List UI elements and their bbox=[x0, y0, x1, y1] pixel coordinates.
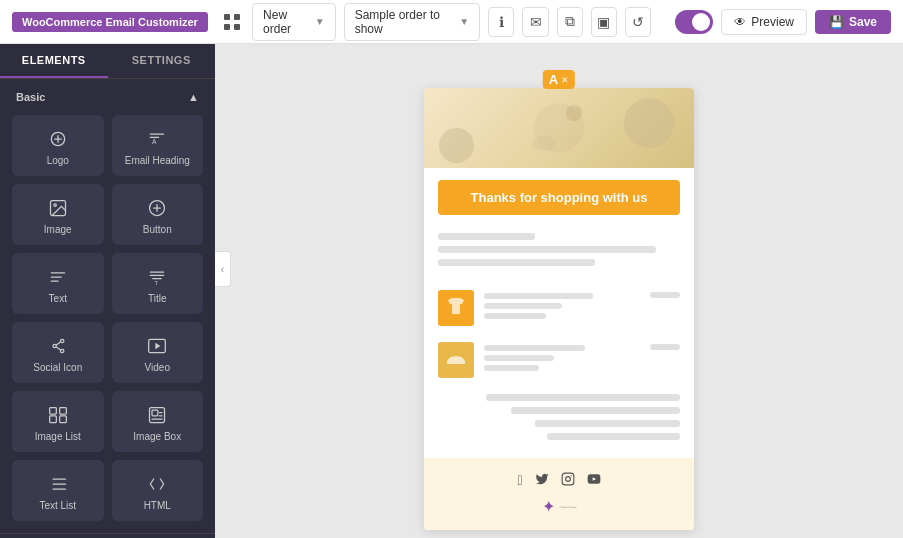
email-totals bbox=[424, 386, 694, 458]
footer-brand: ✦ ⁓⁓ bbox=[438, 497, 680, 516]
text-line-2 bbox=[438, 246, 656, 253]
copy-button[interactable]: ⧉ bbox=[557, 7, 583, 37]
price-line bbox=[650, 292, 680, 298]
info-button[interactable]: ℹ bbox=[488, 7, 514, 37]
svg-rect-21 bbox=[49, 416, 56, 423]
shirt-icon bbox=[444, 296, 468, 320]
svg-point-7 bbox=[54, 204, 57, 207]
sidebar-item-email-heading-label: Email Heading bbox=[125, 155, 190, 166]
sidebar-item-email-heading[interactable]: A Email Heading bbox=[112, 115, 204, 176]
sidebar-item-image-box[interactable]: Image Box bbox=[112, 391, 204, 452]
sidebar-item-button[interactable]: Button bbox=[112, 184, 204, 245]
order-item-2-image bbox=[438, 342, 474, 378]
svg-point-36 bbox=[570, 475, 571, 476]
instagram-icon[interactable] bbox=[561, 472, 575, 489]
order-type-value: New order bbox=[263, 8, 309, 36]
svg-rect-24 bbox=[152, 410, 158, 416]
order-type-select[interactable]: New order ▼ bbox=[252, 3, 336, 41]
sidebar-item-video-label: Video bbox=[145, 362, 170, 373]
svg-point-32 bbox=[566, 105, 582, 121]
youtube-icon[interactable] bbox=[587, 472, 601, 489]
sample-order-select[interactable]: Sample order to show ▼ bbox=[344, 3, 481, 41]
svg-rect-22 bbox=[59, 416, 66, 423]
order-item-2-details bbox=[484, 345, 640, 375]
sidebar-item-text-list-label: Text List bbox=[39, 500, 76, 511]
text-line-1 bbox=[438, 233, 535, 240]
email-button[interactable]: ✉ bbox=[522, 7, 548, 37]
order-item-1-details bbox=[484, 293, 640, 323]
tablet-button[interactable]: ▣ bbox=[591, 7, 617, 37]
tab-elements[interactable]: ELEMENTS bbox=[0, 44, 108, 78]
sidebar-item-image[interactable]: Image bbox=[12, 184, 104, 245]
svg-line-15 bbox=[56, 342, 60, 345]
detail-line-4 bbox=[484, 345, 585, 351]
detail-line-2 bbox=[484, 303, 562, 309]
text-line-3 bbox=[438, 259, 595, 266]
canvas-area: A ✕ Thanks for shopping with us bbox=[215, 44, 903, 538]
email-preview: Thanks for shopping with us bbox=[424, 88, 694, 530]
sidebar-item-image-label: Image bbox=[44, 224, 72, 235]
svg-line-16 bbox=[56, 347, 60, 350]
total-line-3 bbox=[535, 420, 680, 427]
header-decoration bbox=[529, 98, 589, 158]
sidebar-item-image-list[interactable]: Image List bbox=[12, 391, 104, 452]
preview-toggle[interactable] bbox=[675, 10, 713, 34]
svg-rect-20 bbox=[59, 408, 66, 415]
footer-social-icons:  bbox=[438, 472, 680, 489]
preview-button[interactable]: 👁 Preview bbox=[721, 9, 807, 35]
email-footer:  ✦ ⁓⁓ bbox=[424, 458, 694, 530]
tab-settings[interactable]: SETTINGS bbox=[108, 44, 216, 78]
sample-order-chevron: ▼ bbox=[459, 16, 469, 27]
svg-rect-19 bbox=[49, 408, 56, 415]
sample-order-value: Sample order to show bbox=[355, 8, 454, 36]
woo-brand-icon: ✦ bbox=[542, 497, 555, 516]
sidebar-item-video[interactable]: Video bbox=[112, 322, 204, 383]
sidebar-item-social-icon-label: Social Icon bbox=[33, 362, 82, 373]
sidebar-item-text-label: Text bbox=[49, 293, 67, 304]
facebook-icon[interactable]:  bbox=[517, 472, 522, 489]
sidebar: ELEMENTS SETTINGS Basic ▲ Logo A Email H… bbox=[0, 44, 215, 538]
email-cta-button[interactable]: Thanks for shopping with us bbox=[438, 180, 680, 215]
order-item-1 bbox=[424, 282, 694, 334]
detail-line-5 bbox=[484, 355, 554, 361]
order-item-2 bbox=[424, 334, 694, 386]
brand-label: WooCommerce Email Customizer bbox=[12, 12, 208, 32]
sidebar-collapse-handle[interactable]: ‹ bbox=[215, 251, 231, 287]
svg-point-35 bbox=[565, 477, 570, 482]
sidebar-item-title[interactable]: T Title bbox=[112, 253, 204, 314]
save-button[interactable]: 💾 Save bbox=[815, 10, 891, 34]
refresh-button[interactable]: ↺ bbox=[625, 7, 651, 37]
order-item-2-price bbox=[650, 342, 680, 354]
save-icon: 💾 bbox=[829, 15, 844, 29]
text-format-icon: A bbox=[549, 72, 558, 87]
svg-text:A: A bbox=[152, 138, 157, 145]
order-type-chevron: ▼ bbox=[315, 16, 325, 27]
grid-icon[interactable] bbox=[220, 8, 244, 36]
preview-eye-icon: 👁 bbox=[734, 15, 746, 29]
main-layout: ELEMENTS SETTINGS Basic ▲ Logo A Email H… bbox=[0, 44, 903, 538]
email-text-block bbox=[424, 227, 694, 282]
sidebar-item-social-icon[interactable]: Social Icon bbox=[12, 322, 104, 383]
total-line-2 bbox=[511, 407, 680, 414]
topbar: WooCommerce Email Customizer New order ▼… bbox=[0, 0, 903, 44]
order-item-1-price bbox=[650, 290, 680, 302]
elements-grid: Logo A Email Heading Image Button Text T… bbox=[0, 111, 215, 533]
sidebar-item-logo-label: Logo bbox=[47, 155, 69, 166]
svg-point-33 bbox=[532, 135, 556, 151]
order-item-1-image bbox=[438, 290, 474, 326]
svg-rect-34 bbox=[562, 473, 574, 485]
twitter-icon[interactable] bbox=[535, 472, 549, 489]
sidebar-item-text-list[interactable]: Text List bbox=[12, 460, 104, 521]
svg-text:T: T bbox=[155, 280, 159, 286]
email-header-image bbox=[424, 88, 694, 168]
sidebar-item-button-label: Button bbox=[143, 224, 172, 235]
sidebar-item-logo[interactable]: Logo bbox=[12, 115, 104, 176]
float-close-icon[interactable]: ✕ bbox=[561, 75, 569, 85]
section-collapse-icon[interactable]: ▲ bbox=[188, 91, 199, 103]
back-to-wordpress[interactable]: ← BACK TO WORDPRESS bbox=[0, 533, 215, 538]
svg-rect-3 bbox=[234, 24, 240, 30]
sidebar-item-text[interactable]: Text bbox=[12, 253, 104, 314]
footer-brand-text: ⁓⁓ bbox=[559, 502, 577, 512]
svg-rect-1 bbox=[234, 14, 240, 20]
sidebar-item-html[interactable]: HTML bbox=[112, 460, 204, 521]
